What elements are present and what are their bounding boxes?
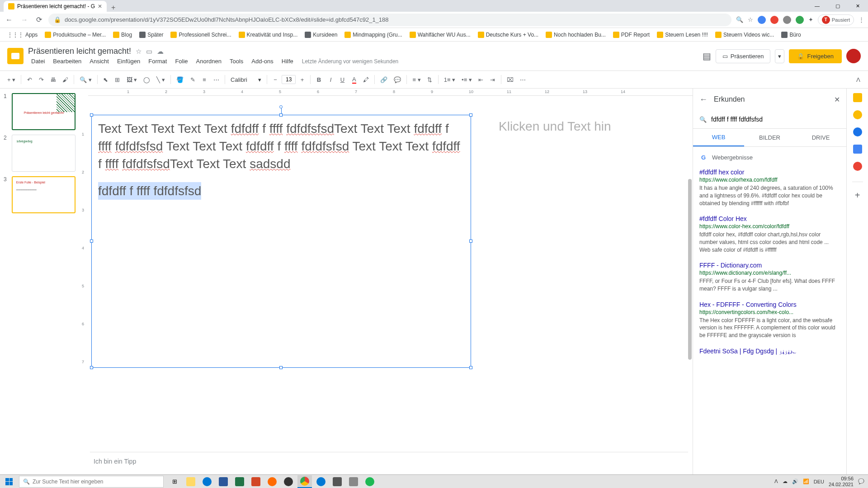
extension-icon[interactable] [796, 16, 804, 24]
resize-handle[interactable] [90, 113, 93, 117]
new-tab-button[interactable]: + [107, 4, 120, 12]
resize-handle[interactable] [279, 366, 283, 369]
notes-placeholder[interactable]: Klicken und Text hin [494, 115, 666, 138]
present-dropdown[interactable]: ▾ [775, 49, 784, 63]
link-button[interactable]: 🔗 [377, 75, 390, 85]
app-icon[interactable] [330, 475, 344, 488]
start-button[interactable] [0, 475, 18, 488]
slide-thumb-2[interactable]: sdvegwdvg [12, 135, 75, 172]
minimize-button[interactable]: — [807, 0, 827, 12]
calendar-icon[interactable] [853, 93, 862, 102]
search-result[interactable]: Fdeetni SoSa | Fdg Dgsdg | دڼۏڼۏ؎ [699, 347, 840, 355]
word-app[interactable] [216, 475, 231, 488]
bold-button[interactable]: B [313, 75, 324, 85]
bookmark-item[interactable]: Büro [778, 31, 803, 39]
tab-web[interactable]: WEB [693, 129, 744, 146]
menu-tools[interactable]: Tools [226, 57, 246, 66]
redo-button[interactable]: ↷ [36, 75, 47, 85]
textbox-button[interactable]: ⊞ [112, 75, 123, 85]
extension-icon[interactable] [783, 16, 791, 24]
menu-format[interactable]: Format [145, 57, 170, 66]
excel-app[interactable] [232, 475, 247, 488]
add-icon[interactable]: + [855, 190, 860, 201]
menu-arrange[interactable]: Anordnen [193, 57, 225, 66]
maximize-button[interactable]: ▢ [827, 0, 848, 12]
bookmark-item[interactable]: Produktsuche – Mer... [42, 31, 108, 39]
textbox-content[interactable]: Text Text Text Text Text fdfdff f ffff f… [92, 115, 471, 204]
reload-button[interactable]: ⟳ [34, 15, 44, 24]
chrome-app[interactable] [297, 475, 312, 488]
notifications-icon[interactable]: 💬 [858, 479, 864, 484]
extensions-icon[interactable]: ✦ [808, 16, 813, 23]
collapse-toolbar-button[interactable]: ᐱ [853, 75, 863, 85]
edge-app[interactable] [200, 475, 214, 488]
rotate-handle[interactable] [279, 105, 283, 108]
taskbar-clock[interactable]: 09:5624.02.2021 [829, 476, 854, 487]
bulleted-list-button[interactable]: •≡ ▾ [459, 75, 475, 85]
bookmark-item[interactable]: Professionell Schrei... [168, 31, 234, 39]
menu-insert[interactable]: Einfügen [114, 57, 143, 66]
taskbar-search[interactable]: 🔍Zur Suche Text hier eingeben [19, 476, 164, 488]
italic-button[interactable]: I [325, 75, 336, 85]
close-tab-icon[interactable]: ✕ [98, 3, 102, 9]
document-title[interactable]: Präsentieren leicht gemacht! [28, 47, 131, 56]
resize-handle[interactable] [90, 239, 93, 243]
resize-handle[interactable] [469, 113, 472, 117]
bookmark-item[interactable]: Später [137, 31, 166, 39]
font-size-input[interactable]: 13 [282, 75, 296, 84]
shape-button[interactable]: ◯ [141, 75, 153, 85]
share-button[interactable]: 🔒Freigeben [789, 49, 842, 63]
indent-decrease-button[interactable]: ⇤ [476, 75, 486, 85]
close-window-button[interactable]: ✕ [848, 0, 868, 12]
browser-tab[interactable]: Präsentieren leicht gemacht! - G ✕ [4, 1, 107, 12]
text-color-button[interactable]: A [349, 74, 359, 85]
undo-button[interactable]: ↶ [24, 75, 35, 85]
speaker-notes[interactable]: Ich bin ein Tipp [90, 452, 688, 474]
tray-chevron-icon[interactable]: ᐱ [774, 479, 778, 484]
font-family-select[interactable]: Calibri▾ [228, 75, 264, 84]
search-result[interactable]: #fdfdff Color Hexhttps://www.color-hex.c… [699, 215, 840, 253]
menu-view[interactable]: Ansicht [86, 57, 112, 66]
resize-handle[interactable] [90, 366, 93, 369]
app-icon[interactable] [346, 475, 361, 488]
apps-button[interactable]: ⋮⋮⋮Apps [5, 31, 40, 39]
edge-new-app[interactable] [314, 475, 328, 488]
fill-color-button[interactable]: 🪣 [174, 75, 186, 85]
tab-images[interactable]: BILDER [744, 129, 795, 146]
bookmark-item[interactable]: Noch hochladen Bu... [543, 31, 609, 39]
url-input[interactable]: 🔒 docs.google.com/presentation/d/1yV372S… [48, 14, 731, 26]
slides-logo-icon[interactable] [7, 48, 24, 64]
last-edit[interactable]: Letzte Änderung vor wenigen Sekunden [302, 58, 399, 65]
search-result[interactable]: Hex - FDFFFF - Converting Colorshttps://… [699, 301, 840, 339]
bookmark-item[interactable]: Mindmapping (Gru... [342, 31, 405, 39]
align-button[interactable]: ≡ ▾ [410, 75, 423, 85]
more-button[interactable]: ⋯ [517, 75, 528, 85]
extension-icon[interactable] [758, 16, 766, 24]
app-icon[interactable] [265, 475, 279, 488]
image-button[interactable]: 🖼 ▾ [124, 75, 140, 85]
keep-icon[interactable] [853, 110, 862, 119]
forward-button[interactable]: → [19, 16, 30, 24]
account-avatar[interactable] [846, 49, 861, 63]
explore-search-input[interactable] [711, 113, 840, 126]
slide-thumb-1[interactable]: Präsentieren leicht gemacht! [12, 93, 75, 130]
select-button[interactable]: ⬉ [100, 75, 111, 85]
menu-edit[interactable]: Bearbeiten [50, 57, 85, 66]
new-slide-button[interactable]: + ▾ [5, 75, 18, 85]
contacts-icon[interactable] [853, 145, 862, 154]
kebab-menu-icon[interactable]: ⋮ [859, 16, 864, 23]
app-icon[interactable] [281, 475, 296, 488]
close-icon[interactable]: ✕ [834, 95, 840, 104]
menu-slide[interactable]: Folie [172, 57, 191, 66]
underline-button[interactable]: U [337, 75, 348, 85]
bookmark-item[interactable]: Kreativität und Insp... [236, 31, 301, 39]
highlight-button[interactable]: 🖍 [360, 75, 372, 85]
bookmark-item[interactable]: Blog [110, 31, 135, 39]
border-weight-button[interactable]: ≡ [199, 75, 210, 85]
font-size-increase[interactable]: + [297, 75, 307, 85]
print-button[interactable]: 🖶 [47, 75, 59, 85]
tab-drive[interactable]: DRIVE [795, 129, 846, 146]
zoom-button[interactable]: 🔍 ▾ [77, 75, 94, 85]
move-icon[interactable]: ▭ [146, 47, 152, 56]
back-button[interactable]: ← [4, 16, 14, 24]
